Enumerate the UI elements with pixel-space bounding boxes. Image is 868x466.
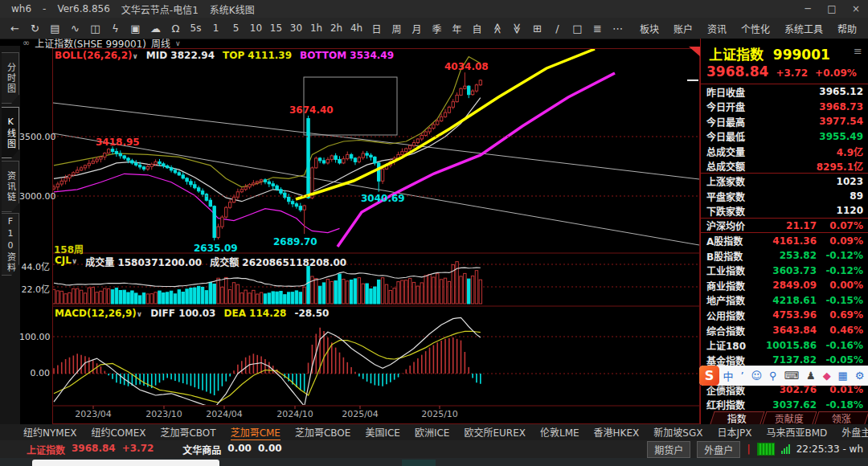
exchange-tab-马来西亚BMD[interactable]: 马来西亚BMD <box>766 425 827 440</box>
quote-row-value: 3968.73 <box>819 101 863 112</box>
market-status-icon <box>757 443 775 456</box>
volume-value: 成交量 1580371200.00 <box>85 255 202 268</box>
futures-account-button[interactable]: 期货户 <box>647 441 690 458</box>
quote-row[interactable]: 下跌家数1120 <box>701 203 868 219</box>
quote-row-label: 今日最低 <box>706 129 745 143</box>
macd-indicator-label[interactable]: MACD(12,26,9)∨ <box>55 308 142 319</box>
volume-indicator-label[interactable]: CJL∨ <box>55 255 77 268</box>
chart-annotation: 3674.40 <box>289 104 334 116</box>
exchange-tab-外盘主力合约[interactable]: 外盘主力合约 <box>841 425 868 440</box>
ime-apostrophe-icon[interactable]: ’ <box>740 370 743 382</box>
chart-annotation: 3040.69 <box>361 193 405 204</box>
list-menu-icon[interactable]: ≡ <box>854 45 862 57</box>
quote-row[interactable]: 总成交量4.9亿 <box>701 144 868 159</box>
exchange-tab-美国ICE[interactable]: 美国ICE <box>365 425 400 440</box>
quote-row[interactable]: B股指数253.82-0.12% <box>701 248 868 264</box>
quote-row-label: 上涨家数 <box>706 174 745 188</box>
quote-row-pct: -0.16% <box>817 340 863 351</box>
exchange-tab-香港HKEX[interactable]: 香港HKEX <box>594 425 640 440</box>
ime-keyboard-icon[interactable]: ⌨ <box>784 370 799 382</box>
quote-tab-贡献度[interactable]: 贡献度 <box>762 411 817 424</box>
quote-row-pct: -0.18% <box>817 399 863 411</box>
quote-row-pct: 0.69% <box>817 309 863 321</box>
ime-chinese-mode-icon[interactable]: 中 <box>723 368 733 383</box>
quote-row[interactable]: 上涨家数1023 <box>701 174 868 189</box>
quote-row-pct: -0.12% <box>817 265 863 276</box>
quote-tab-label: 指数 <box>727 411 747 425</box>
quote-row-value: 3965.12 <box>819 86 863 97</box>
exchange-tab-新加坡SGX[interactable]: 新加坡SGX <box>653 425 702 440</box>
x-axis-label: 2023/10 <box>145 409 182 419</box>
wenhua-trading-app: wh6 - Ver6.8.856 文华云节点-电信1 系统K线图 ─ □ × ←… <box>0 0 868 466</box>
ime-account-icon[interactable]: ♟ <box>806 370 816 382</box>
chart-annotation: 2635.09 <box>194 243 238 254</box>
quote-row[interactable]: 综合指数3643.840.46% <box>701 323 868 338</box>
exchange-tab-纽约COMEX[interactable]: 纽约COMEX <box>91 425 145 440</box>
exchange-tab-欧交所EUREX[interactable]: 欧交所EUREX <box>464 425 526 440</box>
exchange-tab-欧洲ICE[interactable]: 欧洲ICE <box>415 425 450 440</box>
exchange-tab-日本JPX[interactable]: 日本JPX <box>717 425 751 440</box>
quote-row-value: 1120 <box>837 205 863 216</box>
status-wenhua-quote[interactable]: 文华商品 0.00 0.00 <box>182 443 281 456</box>
taskbar-search-edge <box>32 460 219 466</box>
boll-indicator-label[interactable]: BOLL(26,26,2)∨ <box>55 50 138 61</box>
quote-row[interactable]: 今日开盘3968.73 <box>701 100 868 115</box>
exchange-tab-芝加哥CBOE[interactable]: 芝加哥CBOE <box>295 425 350 440</box>
quote-row[interactable]: 地产指数4218.61-0.15% <box>701 293 868 309</box>
ime-logo[interactable]: S <box>699 366 719 386</box>
quote-row-pct: 0.46% <box>817 325 863 336</box>
macd-diff-value: DIFF 100.03 <box>150 308 215 319</box>
quote-row-value: 3955.49 <box>819 131 863 142</box>
quote-row[interactable]: 沪深均价21.170.07% <box>701 219 868 234</box>
quote-row[interactable]: 平盘家数89 <box>701 189 868 204</box>
exchange-tab-bar: 纽约NYMEX纽约COMEX芝加哥CBOT芝加哥CME芝加哥CBOE美国ICE欧… <box>0 424 868 440</box>
quote-row[interactable]: 商业指数2849.090.00% <box>701 278 868 293</box>
ime-toolbox-icon[interactable]: ▦ <box>838 370 848 382</box>
quote-row[interactable]: 今日最高3977.54 <box>701 114 868 129</box>
quote-title: 上证指数 999001 <box>709 43 830 63</box>
quote-row-label: 公用指数 <box>706 309 745 322</box>
exchange-tab-芝加哥CME[interactable]: 芝加哥CME <box>231 425 280 440</box>
chart-annotation: 158周 <box>54 242 84 255</box>
exchange-tab-伦敦LME[interactable]: 伦敦LME <box>540 425 579 440</box>
quote-row-label: 上证180 <box>706 338 746 352</box>
status-index-quote[interactable]: 上证指数 3968.84 +3.72 <box>27 443 154 456</box>
ime-mic-icon[interactable]: ⚲ <box>769 370 777 382</box>
ime-toolbar: S 中’☺⚲⌨♟◆▦⚙ <box>699 366 868 386</box>
quote-row[interactable]: 红利指数3037.62-0.18% <box>701 397 868 412</box>
price-change-pct: +0.09% <box>815 67 857 79</box>
quote-row[interactable]: 上证18010015.86-0.16% <box>701 337 868 353</box>
quote-row[interactable]: 昨日收盘3965.12 <box>701 84 868 100</box>
quote-row-label: 红利指数 <box>706 398 745 411</box>
quote-row[interactable]: 工业指数3603.73-0.12% <box>701 264 868 279</box>
quote-row[interactable]: 总成交额8295.1亿 <box>701 159 868 174</box>
quote-row-label: 昨日收盘 <box>706 85 745 99</box>
x-axis-label: 2024/04 <box>206 409 243 419</box>
exchange-tab-芝加哥CBOT[interactable]: 芝加哥CBOT <box>160 425 215 440</box>
quote-tab-指数[interactable]: 指数 <box>710 411 764 424</box>
quote-tab-label: 领涨 <box>832 411 851 425</box>
quote-row-value: 4218.61 <box>772 295 817 306</box>
ime-emoji-icon[interactable]: ☺ <box>751 370 762 382</box>
macd-header: MACD(12,26,9)∨ DIFF 100.03 DEA 114.28 -2… <box>55 308 329 319</box>
quote-row-value: 8295.1亿 <box>817 159 863 173</box>
quote-row[interactable]: 公用指数4753.960.69% <box>701 308 868 323</box>
quote-row-label: 总成交量 <box>706 145 745 158</box>
quote-row-value: 7137.82 <box>772 354 817 366</box>
status-bar: 上证指数 3968.84 +3.72 文华商品 0.00 0.00 期货户 外盘… <box>0 440 868 458</box>
axis-label: 3500.00 <box>19 132 50 142</box>
amount-value: 成交额 2620865118208.00 <box>210 255 346 268</box>
exchange-tab-纽约NYMEX[interactable]: 纽约NYMEX <box>23 425 76 440</box>
quote-tab-领涨[interactable]: 领涨 <box>814 411 868 424</box>
ime-skin-icon[interactable]: ◆ <box>823 370 831 382</box>
quote-row-value: 302.76 <box>780 384 817 395</box>
ime-settings-icon[interactable]: ⚙ <box>855 370 865 382</box>
status-clock: 22:25:33 - wh <box>796 444 863 455</box>
quote-row[interactable]: A股指数4161.360.09% <box>701 233 868 248</box>
volume-header: CJL∨ 成交量 1580371200.00 成交额 2620865118208… <box>55 255 346 268</box>
quote-row[interactable]: 今日最低3955.49 <box>701 129 868 145</box>
price-change: +3.72 <box>776 67 808 79</box>
quote-row-pct: -0.15% <box>817 295 863 306</box>
quote-row-pct: 0.07% <box>817 220 863 231</box>
foreign-account-button[interactable]: 外盘户 <box>697 441 740 458</box>
